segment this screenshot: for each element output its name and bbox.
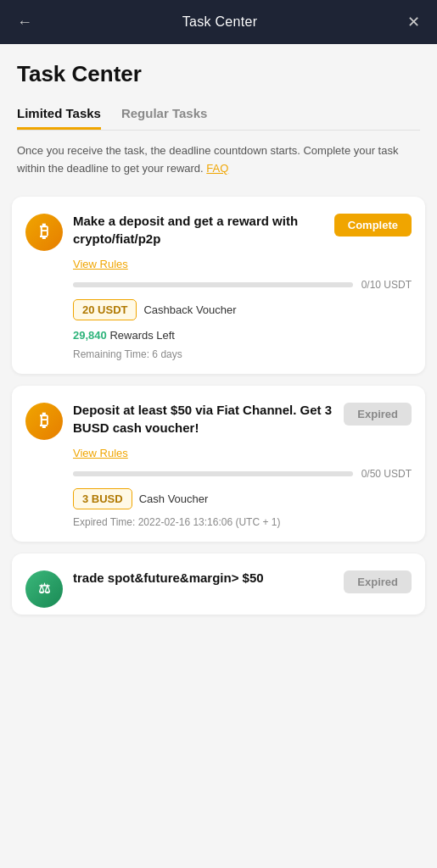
btc-icon-symbol-2: ₿ [40, 411, 48, 431]
task-1-title: Make a deposit and get a reward with cry… [73, 212, 326, 248]
page-content: Task Center Limited Tasks Regular Tasks … [0, 44, 437, 623]
card-3-header: ⚖ trade spot&future&margin> $50 Expired [25, 569, 412, 608]
task-1-progress-bar-bg [73, 282, 353, 287]
app-header: ← Task Center ✕ [0, 0, 437, 44]
task-card-1: ₿ Make a deposit and get a reward with c… [12, 197, 425, 374]
tab-regular-tasks[interactable]: Regular Tasks [121, 99, 207, 130]
page-title-area: Task Center Limited Tasks Regular Tasks [0, 44, 437, 131]
task-2-reward-type: Cash Voucher [139, 492, 209, 505]
card-1-header: ₿ Make a deposit and get a reward with c… [25, 212, 412, 251]
description-area: Once you receive the task, the deadline … [0, 131, 437, 188]
task-2-progress-bar-bg [73, 471, 353, 476]
trade-icon-symbol-3: ⚖ [38, 581, 50, 597]
task-card-3: ⚖ trade spot&future&margin> $50 Expired [12, 554, 425, 615]
trade-icon-3: ⚖ [25, 570, 63, 608]
tab-bar: Limited Tasks Regular Tasks [17, 99, 420, 131]
card-1-left: ₿ Make a deposit and get a reward with c… [25, 212, 326, 251]
task-1-reward-type: Cashback Voucher [143, 303, 236, 316]
task-1-reward-badge: 20 USDT [73, 299, 137, 320]
task-card-2: ₿ Deposit at least $50 via Fiat Channel.… [12, 386, 425, 542]
task-2-reward-row: 3 BUSD Cash Voucher [73, 488, 412, 509]
task-3-status-button[interactable]: Expired [344, 570, 412, 593]
task-1-rewards-left-label: Rewards Left [109, 329, 175, 342]
task-1-status-button[interactable]: Complete [334, 214, 412, 236]
task-1-rewards-left: 29,840 Rewards Left [73, 329, 412, 342]
btc-icon-symbol-1: ₿ [40, 222, 48, 242]
task-2-progress-area: 0/50 USDT [73, 468, 412, 480]
btc-icon-2: ₿ [25, 403, 63, 440]
task-2-status-button[interactable]: Expired [344, 403, 412, 426]
faq-link[interactable]: FAQ [206, 162, 228, 175]
task-2-title: Deposit at least $50 via Fiat Channel. G… [73, 401, 335, 437]
task-1-progress-label: 0/10 USDT [361, 279, 412, 291]
task-2-reward-badge: 3 BUSD [73, 488, 132, 509]
task-1-reward-row: 20 USDT Cashback Voucher [73, 299, 412, 320]
back-button[interactable]: ← [17, 14, 32, 31]
header-title: Task Center [182, 14, 258, 30]
card-3-left: ⚖ trade spot&future&margin> $50 [25, 569, 335, 608]
task-2-progress-label: 0/50 USDT [361, 468, 412, 480]
card-2-header: ₿ Deposit at least $50 via Fiat Channel.… [25, 401, 412, 440]
task-1-progress-area: 0/10 USDT [73, 279, 412, 291]
task-2-time-info: Expired Time: 2022-02-16 13:16:06 (UTC +… [73, 516, 412, 528]
btc-icon-1: ₿ [25, 214, 63, 251]
description-text: Once you receive the task, the deadline … [17, 142, 420, 178]
card-2-left: ₿ Deposit at least $50 via Fiat Channel.… [25, 401, 335, 440]
cards-area: ₿ Make a deposit and get a reward with c… [0, 188, 437, 623]
close-button[interactable]: ✕ [407, 13, 420, 31]
task-2-view-rules[interactable]: View Rules [73, 447, 412, 459]
page-title: Task Center [17, 61, 420, 87]
task-1-view-rules[interactable]: View Rules [73, 258, 412, 270]
task-1-time-info: Remaining Time: 6 days [73, 348, 412, 360]
task-3-title: trade spot&future&margin> $50 [73, 569, 335, 587]
tab-limited-tasks[interactable]: Limited Tasks [17, 99, 101, 130]
task-1-rewards-left-count: 29,840 [73, 329, 107, 342]
